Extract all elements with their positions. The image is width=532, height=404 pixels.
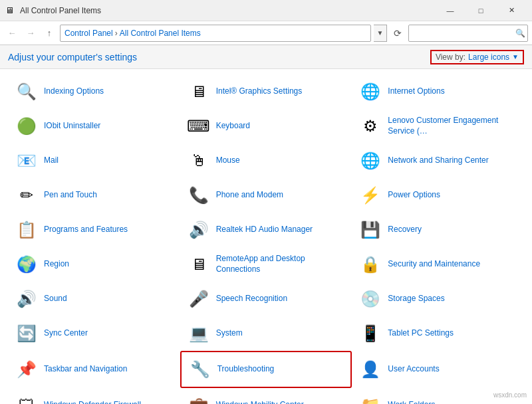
- grid-item[interactable]: 🔧Troubleshooting: [180, 351, 352, 388]
- title-bar: 🖥 All Control Panel Items — □ ✕: [0, 0, 532, 21]
- grid-item[interactable]: 📞Phone and Modem: [180, 178, 352, 213]
- grid-item[interactable]: 🎤Speech Recognition: [180, 282, 352, 316]
- forward-button[interactable]: →: [23, 25, 39, 41]
- grid-item[interactable]: 📋Programs and Features: [8, 213, 180, 247]
- search-input[interactable]: [413, 29, 513, 38]
- grid-item[interactable]: 👤User Accounts: [352, 351, 524, 388]
- item-icon: 🔊: [15, 287, 39, 311]
- watermark: wsxdn.com: [493, 391, 527, 399]
- item-icon: 🌍: [15, 252, 39, 276]
- address-path[interactable]: Control Panel › All Control Panel Items: [60, 25, 371, 42]
- grid-item[interactable]: 🔍Indexing Options: [8, 74, 180, 109]
- window-icon: 🖥: [5, 5, 16, 16]
- item-label[interactable]: Realtek HD Audio Manager: [216, 225, 313, 235]
- grid-item[interactable]: 💿Storage Spaces: [352, 282, 524, 316]
- grid-item[interactable]: 🔊Sound: [8, 282, 180, 316]
- item-icon: 🌐: [358, 80, 382, 104]
- grid-item[interactable]: ⚡Power Options: [352, 178, 524, 213]
- address-dropdown[interactable]: ▼: [374, 25, 387, 42]
- item-icon: ⚡: [358, 183, 382, 207]
- item-label[interactable]: Mouse: [216, 155, 240, 166]
- grid-item[interactable]: 📱Tablet PC Settings: [352, 316, 524, 351]
- item-label[interactable]: Keyboard: [216, 121, 250, 132]
- address-bar: ← → ↑ Control Panel › All Control Panel …: [0, 21, 532, 45]
- back-button[interactable]: ←: [4, 25, 20, 41]
- grid-item[interactable]: 💼Windows Mobility Center: [180, 388, 352, 404]
- item-icon: ✏: [15, 183, 39, 207]
- item-icon: 📋: [15, 218, 39, 242]
- item-label[interactable]: Internet Options: [388, 86, 444, 97]
- grid-item[interactable]: ✏Pen and Touch: [8, 178, 180, 213]
- grid-item[interactable]: 💾Recovery: [352, 213, 524, 247]
- item-icon: 🌐: [358, 149, 382, 173]
- item-icon: 📱: [358, 322, 382, 346]
- item-label[interactable]: Tablet PC Settings: [388, 328, 454, 339]
- control-panel-link[interactable]: Control Panel: [65, 29, 113, 38]
- item-icon: 🛡: [15, 393, 39, 404]
- minimize-button[interactable]: —: [435, 0, 466, 21]
- item-label[interactable]: Security and Maintenance: [388, 259, 480, 270]
- grid-item[interactable]: 🔒Security and Maintenance: [352, 247, 524, 282]
- item-label[interactable]: Storage Spaces: [388, 294, 444, 304]
- grid-item[interactable]: 🖱Mouse: [180, 144, 352, 178]
- item-label[interactable]: IObit Uninstaller: [44, 121, 100, 132]
- grid-item[interactable]: 🟢IObit Uninstaller: [8, 109, 180, 144]
- item-label[interactable]: Troubleshooting: [217, 364, 275, 375]
- view-by-selector[interactable]: View by: Large icons ▼: [430, 50, 524, 64]
- grid-item[interactable]: 🖥Intel® Graphics Settings: [180, 74, 352, 109]
- maximize-button[interactable]: □: [466, 0, 496, 21]
- item-icon: 📧: [15, 149, 39, 173]
- items-grid: 🔍Indexing Options🖥Intel® Graphics Settin…: [0, 69, 532, 404]
- item-label[interactable]: Network and Sharing Center: [388, 155, 488, 166]
- item-icon: 💿: [358, 287, 382, 311]
- item-label[interactable]: Speech Recognition: [216, 294, 287, 304]
- item-label[interactable]: Lenovo Customer Engagement Service (…: [388, 116, 517, 136]
- item-label[interactable]: Sound: [44, 294, 67, 304]
- item-icon: 📌: [15, 357, 39, 381]
- view-by-value: Large icons: [468, 52, 509, 62]
- toolbar: Adjust your computer's settings View by:…: [0, 45, 532, 69]
- item-label[interactable]: Indexing Options: [44, 86, 104, 97]
- all-items-link[interactable]: All Control Panel Items: [120, 29, 201, 38]
- item-label[interactable]: System: [216, 328, 243, 339]
- grid-item[interactable]: 🛡Windows Defender Firewall: [8, 388, 180, 404]
- item-label[interactable]: Work Folders: [388, 400, 435, 404]
- item-label[interactable]: Pen and Touch: [44, 190, 97, 201]
- item-icon: 💼: [187, 393, 211, 404]
- item-icon: 🎤: [187, 287, 211, 311]
- grid-item[interactable]: 🖥RemoteApp and Desktop Connections: [180, 247, 352, 282]
- item-label[interactable]: Mail: [44, 155, 59, 166]
- grid-item[interactable]: 🔄Sync Center: [8, 316, 180, 351]
- item-label[interactable]: Region: [44, 259, 69, 270]
- item-label[interactable]: Power Options: [388, 190, 440, 201]
- grid-item[interactable]: 📌Taskbar and Navigation: [8, 351, 180, 388]
- item-label[interactable]: Windows Defender Firewall: [44, 400, 141, 404]
- refresh-button[interactable]: ⟳: [390, 25, 406, 41]
- item-icon: ⚙: [358, 114, 382, 138]
- item-label[interactable]: RemoteApp and Desktop Connections: [216, 254, 346, 274]
- item-icon: 📞: [187, 183, 211, 207]
- item-label[interactable]: Programs and Features: [44, 225, 128, 235]
- item-icon: 📁: [358, 393, 382, 404]
- up-button[interactable]: ↑: [41, 25, 57, 41]
- item-label[interactable]: Windows Mobility Center: [216, 400, 304, 404]
- grid-item[interactable]: 🌍Region: [8, 247, 180, 282]
- item-icon: 💾: [358, 218, 382, 242]
- item-label[interactable]: Intel® Graphics Settings: [216, 86, 303, 97]
- item-label[interactable]: Taskbar and Navigation: [44, 364, 127, 375]
- item-label[interactable]: Phone and Modem: [216, 190, 283, 201]
- grid-item[interactable]: ⌨Keyboard: [180, 109, 352, 144]
- close-button[interactable]: ✕: [496, 0, 527, 21]
- grid-item[interactable]: 📧Mail: [8, 144, 180, 178]
- item-icon: 🔊: [187, 218, 211, 242]
- item-label[interactable]: User Accounts: [388, 364, 439, 375]
- search-box[interactable]: 🔍: [408, 25, 528, 42]
- grid-item[interactable]: ⚙Lenovo Customer Engagement Service (…: [352, 109, 524, 144]
- grid-item[interactable]: 🌐Network and Sharing Center: [352, 144, 524, 178]
- item-label[interactable]: Recovery: [388, 225, 422, 235]
- item-label[interactable]: Sync Center: [44, 328, 88, 339]
- grid-item[interactable]: 🔊Realtek HD Audio Manager: [180, 213, 352, 247]
- grid-item[interactable]: 💻System: [180, 316, 352, 351]
- grid-item[interactable]: 🌐Internet Options: [352, 74, 524, 109]
- item-icon: 🖱: [187, 149, 211, 173]
